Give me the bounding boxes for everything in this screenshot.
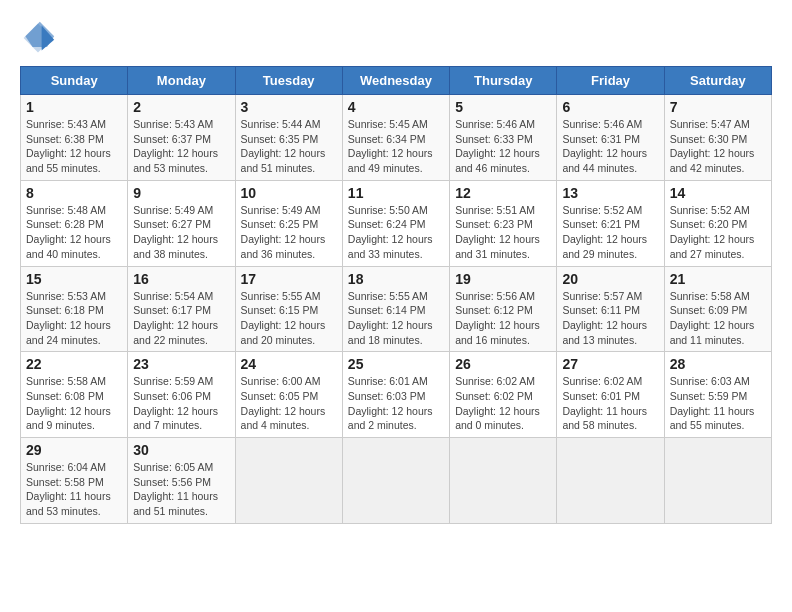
day-detail: Sunrise: 5:54 AMSunset: 6:17 PMDaylight:… xyxy=(133,290,218,346)
day-number: 24 xyxy=(241,356,337,372)
day-detail: Sunrise: 5:57 AMSunset: 6:11 PMDaylight:… xyxy=(562,290,647,346)
day-number: 6 xyxy=(562,99,658,115)
day-number: 28 xyxy=(670,356,766,372)
calendar-cell: 23 Sunrise: 5:59 AMSunset: 6:06 PMDaylig… xyxy=(128,352,235,438)
day-number: 26 xyxy=(455,356,551,372)
calendar-cell: 30 Sunrise: 6:05 AMSunset: 5:56 PMDaylig… xyxy=(128,438,235,524)
day-number: 4 xyxy=(348,99,444,115)
weekday-header-wednesday: Wednesday xyxy=(342,67,449,95)
day-detail: Sunrise: 5:52 AMSunset: 6:21 PMDaylight:… xyxy=(562,204,647,260)
calendar-cell: 10 Sunrise: 5:49 AMSunset: 6:25 PMDaylig… xyxy=(235,180,342,266)
calendar-cell: 12 Sunrise: 5:51 AMSunset: 6:23 PMDaylig… xyxy=(450,180,557,266)
calendar-cell: 13 Sunrise: 5:52 AMSunset: 6:21 PMDaylig… xyxy=(557,180,664,266)
weekday-header-thursday: Thursday xyxy=(450,67,557,95)
day-number: 23 xyxy=(133,356,229,372)
calendar-cell: 5 Sunrise: 5:46 AMSunset: 6:33 PMDayligh… xyxy=(450,95,557,181)
day-detail: Sunrise: 5:58 AMSunset: 6:08 PMDaylight:… xyxy=(26,375,111,431)
calendar-cell: 6 Sunrise: 5:46 AMSunset: 6:31 PMDayligh… xyxy=(557,95,664,181)
calendar-cell: 22 Sunrise: 5:58 AMSunset: 6:08 PMDaylig… xyxy=(21,352,128,438)
calendar-body: 1 Sunrise: 5:43 AMSunset: 6:38 PMDayligh… xyxy=(21,95,772,524)
calendar-cell xyxy=(557,438,664,524)
day-number: 14 xyxy=(670,185,766,201)
day-number: 19 xyxy=(455,271,551,287)
day-number: 8 xyxy=(26,185,122,201)
calendar-cell: 26 Sunrise: 6:02 AMSunset: 6:02 PMDaylig… xyxy=(450,352,557,438)
calendar-cell: 17 Sunrise: 5:55 AMSunset: 6:15 PMDaylig… xyxy=(235,266,342,352)
calendar-cell: 20 Sunrise: 5:57 AMSunset: 6:11 PMDaylig… xyxy=(557,266,664,352)
day-number: 5 xyxy=(455,99,551,115)
logo-icon xyxy=(20,20,56,56)
day-number: 29 xyxy=(26,442,122,458)
day-detail: Sunrise: 5:53 AMSunset: 6:18 PMDaylight:… xyxy=(26,290,111,346)
calendar-cell: 28 Sunrise: 6:03 AMSunset: 5:59 PMDaylig… xyxy=(664,352,771,438)
calendar-cell: 4 Sunrise: 5:45 AMSunset: 6:34 PMDayligh… xyxy=(342,95,449,181)
day-detail: Sunrise: 5:48 AMSunset: 6:28 PMDaylight:… xyxy=(26,204,111,260)
calendar-cell: 25 Sunrise: 6:01 AMSunset: 6:03 PMDaylig… xyxy=(342,352,449,438)
calendar-cell: 18 Sunrise: 5:55 AMSunset: 6:14 PMDaylig… xyxy=(342,266,449,352)
day-detail: Sunrise: 6:04 AMSunset: 5:58 PMDaylight:… xyxy=(26,461,111,517)
day-number: 10 xyxy=(241,185,337,201)
weekday-header-monday: Monday xyxy=(128,67,235,95)
day-detail: Sunrise: 5:51 AMSunset: 6:23 PMDaylight:… xyxy=(455,204,540,260)
day-detail: Sunrise: 6:05 AMSunset: 5:56 PMDaylight:… xyxy=(133,461,218,517)
header xyxy=(20,20,772,56)
day-number: 3 xyxy=(241,99,337,115)
day-number: 15 xyxy=(26,271,122,287)
weekday-header-saturday: Saturday xyxy=(664,67,771,95)
calendar-cell: 1 Sunrise: 5:43 AMSunset: 6:38 PMDayligh… xyxy=(21,95,128,181)
calendar-cell: 2 Sunrise: 5:43 AMSunset: 6:37 PMDayligh… xyxy=(128,95,235,181)
day-number: 27 xyxy=(562,356,658,372)
day-detail: Sunrise: 5:46 AMSunset: 6:33 PMDaylight:… xyxy=(455,118,540,174)
calendar-cell: 24 Sunrise: 6:00 AMSunset: 6:05 PMDaylig… xyxy=(235,352,342,438)
day-detail: Sunrise: 5:55 AMSunset: 6:14 PMDaylight:… xyxy=(348,290,433,346)
day-detail: Sunrise: 5:49 AMSunset: 6:25 PMDaylight:… xyxy=(241,204,326,260)
day-detail: Sunrise: 5:50 AMSunset: 6:24 PMDaylight:… xyxy=(348,204,433,260)
calendar-cell xyxy=(664,438,771,524)
day-number: 2 xyxy=(133,99,229,115)
calendar-cell xyxy=(235,438,342,524)
calendar-cell: 15 Sunrise: 5:53 AMSunset: 6:18 PMDaylig… xyxy=(21,266,128,352)
calendar-cell: 7 Sunrise: 5:47 AMSunset: 6:30 PMDayligh… xyxy=(664,95,771,181)
day-number: 30 xyxy=(133,442,229,458)
day-detail: Sunrise: 6:02 AMSunset: 6:02 PMDaylight:… xyxy=(455,375,540,431)
logo xyxy=(20,20,60,56)
calendar: SundayMondayTuesdayWednesdayThursdayFrid… xyxy=(20,66,772,524)
calendar-cell: 8 Sunrise: 5:48 AMSunset: 6:28 PMDayligh… xyxy=(21,180,128,266)
day-detail: Sunrise: 5:59 AMSunset: 6:06 PMDaylight:… xyxy=(133,375,218,431)
day-number: 7 xyxy=(670,99,766,115)
day-number: 13 xyxy=(562,185,658,201)
calendar-cell: 9 Sunrise: 5:49 AMSunset: 6:27 PMDayligh… xyxy=(128,180,235,266)
day-detail: Sunrise: 5:52 AMSunset: 6:20 PMDaylight:… xyxy=(670,204,755,260)
week-row: 29 Sunrise: 6:04 AMSunset: 5:58 PMDaylig… xyxy=(21,438,772,524)
svg-marker-2 xyxy=(42,25,55,50)
calendar-cell: 11 Sunrise: 5:50 AMSunset: 6:24 PMDaylig… xyxy=(342,180,449,266)
calendar-cell: 14 Sunrise: 5:52 AMSunset: 6:20 PMDaylig… xyxy=(664,180,771,266)
calendar-cell xyxy=(342,438,449,524)
calendar-cell xyxy=(450,438,557,524)
weekday-header-tuesday: Tuesday xyxy=(235,67,342,95)
day-detail: Sunrise: 5:43 AMSunset: 6:38 PMDaylight:… xyxy=(26,118,111,174)
calendar-cell: 3 Sunrise: 5:44 AMSunset: 6:35 PMDayligh… xyxy=(235,95,342,181)
day-number: 25 xyxy=(348,356,444,372)
day-detail: Sunrise: 6:01 AMSunset: 6:03 PMDaylight:… xyxy=(348,375,433,431)
day-number: 22 xyxy=(26,356,122,372)
day-detail: Sunrise: 5:58 AMSunset: 6:09 PMDaylight:… xyxy=(670,290,755,346)
day-detail: Sunrise: 5:47 AMSunset: 6:30 PMDaylight:… xyxy=(670,118,755,174)
day-number: 17 xyxy=(241,271,337,287)
day-detail: Sunrise: 5:45 AMSunset: 6:34 PMDaylight:… xyxy=(348,118,433,174)
day-number: 16 xyxy=(133,271,229,287)
day-detail: Sunrise: 6:00 AMSunset: 6:05 PMDaylight:… xyxy=(241,375,326,431)
week-row: 1 Sunrise: 5:43 AMSunset: 6:38 PMDayligh… xyxy=(21,95,772,181)
calendar-cell: 21 Sunrise: 5:58 AMSunset: 6:09 PMDaylig… xyxy=(664,266,771,352)
day-number: 9 xyxy=(133,185,229,201)
week-row: 8 Sunrise: 5:48 AMSunset: 6:28 PMDayligh… xyxy=(21,180,772,266)
day-number: 21 xyxy=(670,271,766,287)
day-number: 12 xyxy=(455,185,551,201)
day-detail: Sunrise: 5:56 AMSunset: 6:12 PMDaylight:… xyxy=(455,290,540,346)
week-row: 22 Sunrise: 5:58 AMSunset: 6:08 PMDaylig… xyxy=(21,352,772,438)
calendar-cell: 19 Sunrise: 5:56 AMSunset: 6:12 PMDaylig… xyxy=(450,266,557,352)
day-detail: Sunrise: 5:46 AMSunset: 6:31 PMDaylight:… xyxy=(562,118,647,174)
day-number: 18 xyxy=(348,271,444,287)
day-number: 11 xyxy=(348,185,444,201)
day-detail: Sunrise: 5:44 AMSunset: 6:35 PMDaylight:… xyxy=(241,118,326,174)
